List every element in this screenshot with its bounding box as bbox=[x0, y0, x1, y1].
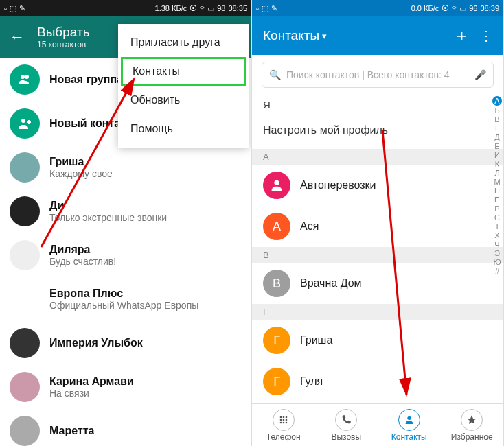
section-letter: В bbox=[252, 247, 503, 263]
index-letter[interactable]: Л bbox=[494, 169, 499, 177]
search-icon: 🔍 bbox=[269, 69, 281, 80]
contact-name: Ди bbox=[49, 200, 167, 212]
avatar: А bbox=[263, 213, 290, 240]
contact-name: Гриша bbox=[300, 334, 332, 347]
location-icon: ⦿ bbox=[190, 4, 197, 12]
contact-row[interactable]: Маретта bbox=[0, 409, 251, 446]
contact-row[interactable]: ГришаКаждому свое bbox=[0, 145, 251, 189]
contact-row[interactable]: Автоперевозки bbox=[252, 165, 503, 206]
contacts-header: Контакты ▾ + ⋮ bbox=[252, 16, 503, 55]
contact-row[interactable]: ДиТолько экстренные звонки bbox=[0, 189, 251, 233]
index-letter[interactable]: С bbox=[494, 213, 500, 222]
contact-status: Только экстренные звонки bbox=[49, 212, 167, 223]
add-person-icon bbox=[10, 108, 40, 139]
tab-dialpad[interactable]: Телефон bbox=[252, 404, 315, 446]
search-input[interactable]: 🔍 Поиск контактов | Всего контактов: 4 🎤 bbox=[262, 62, 494, 88]
avatar bbox=[10, 328, 40, 358]
svg-point-0 bbox=[21, 75, 25, 79]
index-letter[interactable]: П bbox=[494, 196, 500, 204]
tab-handset[interactable]: Вызовы bbox=[315, 404, 378, 446]
signal-icon: ▫ bbox=[256, 4, 259, 12]
handset-icon bbox=[335, 409, 357, 431]
index-letter[interactable]: М bbox=[494, 178, 500, 186]
tab-label: Телефон bbox=[266, 432, 301, 442]
me-section-label: Я bbox=[252, 95, 503, 115]
svg-point-7 bbox=[285, 416, 287, 418]
setup-profile-row[interactable]: Настроить мой профиль bbox=[252, 115, 503, 149]
contact-name: Врачна Дом bbox=[300, 277, 362, 290]
contact-row[interactable]: Европа ПлюсОфициальный WhatsApp Европы bbox=[0, 277, 251, 321]
mic-icon[interactable]: 🎤 bbox=[474, 69, 486, 80]
svg-point-6 bbox=[282, 416, 284, 418]
index-letter[interactable]: Б bbox=[494, 106, 499, 115]
tab-star[interactable]: Избранное bbox=[441, 404, 504, 446]
index-letter[interactable]: Д bbox=[494, 133, 499, 141]
menu-item[interactable]: Пригласить друга bbox=[118, 28, 249, 57]
contact-row[interactable]: ВВрачна Дом bbox=[252, 263, 503, 304]
avatar bbox=[10, 152, 40, 183]
contact-row[interactable]: ДиляраБудь счастлив! bbox=[0, 233, 251, 277]
tab-person[interactable]: Контакты bbox=[378, 404, 441, 446]
dialpad-icon bbox=[273, 409, 295, 431]
contact-name: Ася bbox=[300, 220, 319, 233]
add-contact-button[interactable]: + bbox=[457, 25, 467, 47]
index-letter[interactable]: К bbox=[495, 160, 499, 168]
back-button[interactable]: ← bbox=[10, 28, 25, 46]
index-letter[interactable]: # bbox=[495, 267, 499, 275]
section-letter: А bbox=[252, 149, 503, 165]
contact-name: Маретта bbox=[49, 425, 94, 437]
avatar bbox=[10, 196, 40, 226]
index-letter[interactable]: Р bbox=[494, 204, 499, 213]
chevron-down-icon[interactable]: ▾ bbox=[322, 31, 327, 41]
index-letter[interactable]: А bbox=[492, 96, 502, 106]
avatar bbox=[10, 240, 40, 270]
svg-point-5 bbox=[279, 416, 282, 418]
header-title[interactable]: Контакты bbox=[263, 28, 319, 43]
contact-row[interactable]: ГГуля bbox=[252, 361, 503, 402]
index-letter[interactable]: В bbox=[494, 115, 499, 124]
index-letter[interactable]: Э bbox=[494, 249, 500, 257]
contact-name: Автоперевозки bbox=[300, 179, 376, 191]
more-menu-button[interactable]: ⋮ bbox=[479, 32, 492, 39]
index-letter[interactable]: Ю bbox=[493, 258, 501, 266]
wifi-icon: ⌔ bbox=[200, 4, 205, 12]
contact-row[interactable]: Карина АрмавиНа связи bbox=[0, 365, 251, 409]
index-letter[interactable]: Т bbox=[495, 222, 500, 231]
menu-item[interactable]: Контакты bbox=[121, 57, 246, 86]
contact-name: Диляра bbox=[49, 244, 116, 256]
tab-label: Избранное bbox=[451, 432, 493, 442]
section-letter: Г bbox=[252, 304, 503, 320]
sim-icon: ⬚ bbox=[10, 4, 16, 13]
net-speed: 0.0 КБ/с bbox=[411, 4, 439, 12]
tab-label: Вызовы bbox=[331, 432, 361, 442]
index-letter[interactable]: Ч bbox=[494, 240, 499, 248]
contact-status: На связи bbox=[49, 388, 134, 399]
index-letter[interactable]: Г bbox=[495, 124, 499, 132]
contact-row[interactable]: Империя Улыбок bbox=[0, 321, 251, 365]
search-placeholder: Поиск контактов | Всего контактов: 4 bbox=[286, 69, 469, 80]
svg-point-4 bbox=[274, 180, 279, 185]
svg-point-9 bbox=[282, 419, 284, 421]
avatar bbox=[10, 284, 40, 314]
wifi-icon: ⌔ bbox=[452, 4, 457, 12]
avatar: В bbox=[263, 270, 290, 297]
clock: 08:39 bbox=[480, 4, 499, 12]
menu-item[interactable]: Обновить bbox=[118, 86, 249, 115]
index-letter[interactable]: Н bbox=[494, 187, 500, 195]
index-letter[interactable]: Х bbox=[494, 231, 499, 239]
contact-row[interactable]: ААся bbox=[252, 206, 503, 247]
group-icon bbox=[10, 64, 40, 95]
menu-item[interactable]: Помощь bbox=[118, 115, 249, 143]
svg-point-14 bbox=[407, 416, 411, 419]
contact-name: Европа Плюс bbox=[49, 287, 198, 300]
signal-icon: ▫ bbox=[4, 4, 7, 12]
index-letter[interactable]: Е bbox=[494, 142, 499, 150]
alpha-index[interactable]: АБВГДЕИКЛМНПРСТХЧЭЮ# bbox=[492, 96, 502, 275]
tab-label: Контакты bbox=[391, 432, 427, 442]
contact-row[interactable]: ГГриша bbox=[252, 320, 503, 361]
battery-icon: ▭ bbox=[207, 4, 214, 13]
location-icon: ⦿ bbox=[442, 4, 449, 12]
index-letter[interactable]: И bbox=[494, 151, 500, 159]
svg-point-12 bbox=[282, 421, 284, 423]
star-icon bbox=[461, 409, 483, 431]
